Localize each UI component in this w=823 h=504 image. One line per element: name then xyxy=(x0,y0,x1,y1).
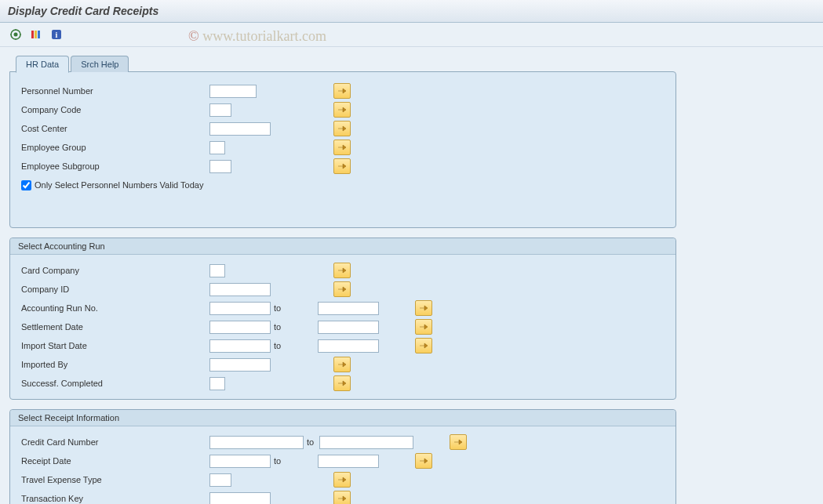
to-label: to xyxy=(271,456,318,466)
imported-by-input[interactable] xyxy=(209,358,271,372)
settlement-date-to-input[interactable] xyxy=(318,321,379,334)
import-start-date-label: Import Start Date xyxy=(21,341,209,350)
success-completed-multi-select[interactable] xyxy=(333,375,351,391)
import-start-date-to-input[interactable] xyxy=(318,339,379,353)
content-area: HR Data Srch Help Personnel Number Compa… xyxy=(0,47,823,504)
success-completed-input[interactable] xyxy=(209,377,225,390)
svg-point-1 xyxy=(14,33,18,37)
employee-subgroup-multi-select[interactable] xyxy=(333,158,351,174)
cost-center-multi-select[interactable] xyxy=(333,121,351,136)
employee-subgroup-label: Employee Subgroup xyxy=(21,161,209,171)
to-label: to xyxy=(271,303,318,313)
transaction-key-input[interactable] xyxy=(209,492,271,505)
watermark: © www.tutorialkart.com xyxy=(188,28,326,45)
credit-card-number-to-input[interactable] xyxy=(319,436,413,449)
receipt-date-label: Receipt Date xyxy=(21,456,209,466)
execute-icon[interactable] xyxy=(8,27,24,42)
receipt-date-to-input[interactable] xyxy=(318,455,379,468)
accounting-group-title: Select Accounting Run xyxy=(10,238,676,255)
cost-center-input[interactable] xyxy=(209,122,271,136)
svg-rect-7 xyxy=(35,31,37,38)
to-label: to xyxy=(304,437,319,447)
success-completed-label: Successf. Completed xyxy=(21,379,209,388)
company-id-input[interactable] xyxy=(209,283,271,296)
personnel-number-input[interactable] xyxy=(209,85,257,98)
company-code-input[interactable] xyxy=(209,103,231,117)
accounting-group: Select Accounting Run Card Company Compa… xyxy=(9,237,676,400)
page-title: Display Credit Card Receipts xyxy=(0,0,823,23)
travel-expense-type-label: Travel Expense Type xyxy=(21,475,209,484)
settlement-date-from-input[interactable] xyxy=(209,321,271,334)
to-label: to xyxy=(271,341,318,350)
receipt-date-from-input[interactable] xyxy=(209,455,271,468)
employee-group-input[interactable] xyxy=(209,141,225,154)
receipt-group: Select Receipt Information Credit Card N… xyxy=(9,409,676,504)
company-id-multi-select[interactable] xyxy=(333,281,351,297)
receipt-date-multi-select[interactable] xyxy=(415,453,432,469)
accounting-run-no-to-input[interactable] xyxy=(318,302,379,315)
tabstrip: HR Data Srch Help xyxy=(9,55,814,72)
only-valid-today-checkbox[interactable] xyxy=(21,180,31,190)
svg-rect-8 xyxy=(38,31,40,38)
tab-srch-help[interactable]: Srch Help xyxy=(71,56,129,72)
accounting-run-no-label: Accounting Run No. xyxy=(21,303,209,313)
to-label: to xyxy=(271,322,318,332)
import-start-date-multi-select[interactable] xyxy=(415,338,432,354)
imported-by-label: Imported By xyxy=(21,360,209,369)
tab-hr-data[interactable]: HR Data xyxy=(16,56,69,73)
accounting-run-no-from-input[interactable] xyxy=(209,302,271,315)
card-company-label: Card Company xyxy=(21,266,209,275)
credit-card-number-multi-select[interactable] xyxy=(450,434,467,450)
credit-card-number-from-input[interactable] xyxy=(209,436,304,449)
credit-card-number-label: Credit Card Number xyxy=(21,437,209,447)
receipt-group-title: Select Receipt Information xyxy=(10,410,676,426)
personnel-number-label: Personnel Number xyxy=(21,86,209,96)
company-code-multi-select[interactable] xyxy=(333,102,351,118)
settlement-date-label: Settlement Date xyxy=(21,322,209,332)
toolbar: i xyxy=(0,23,823,47)
svg-text:i: i xyxy=(56,31,58,39)
cost-center-label: Cost Center xyxy=(21,124,209,133)
employee-subgroup-input[interactable] xyxy=(209,160,231,173)
svg-rect-6 xyxy=(31,31,34,38)
import-start-date-from-input[interactable] xyxy=(209,339,271,353)
transaction-key-multi-select[interactable] xyxy=(333,491,351,504)
travel-expense-type-input[interactable] xyxy=(209,473,231,487)
travel-expense-type-multi-select[interactable] xyxy=(333,472,351,488)
employee-group-multi-select[interactable] xyxy=(333,140,351,155)
transaction-key-label: Transaction Key xyxy=(21,494,209,503)
settlement-date-multi-select[interactable] xyxy=(415,319,432,335)
accounting-run-no-multi-select[interactable] xyxy=(415,300,432,316)
only-valid-today-label: Only Select Personnel Numbers Valid Toda… xyxy=(35,180,203,190)
company-id-label: Company ID xyxy=(21,285,209,294)
variant-icon[interactable] xyxy=(28,27,44,42)
card-company-input[interactable] xyxy=(209,264,225,277)
card-company-multi-select[interactable] xyxy=(333,263,351,278)
company-code-label: Company Code xyxy=(21,105,209,114)
info-icon[interactable]: i xyxy=(49,27,64,42)
personnel-number-multi-select[interactable] xyxy=(333,83,351,99)
imported-by-multi-select[interactable] xyxy=(333,357,351,372)
hr-data-panel: Personnel Number Company Code Cost Cente… xyxy=(9,71,676,228)
employee-group-label: Employee Group xyxy=(21,143,209,152)
